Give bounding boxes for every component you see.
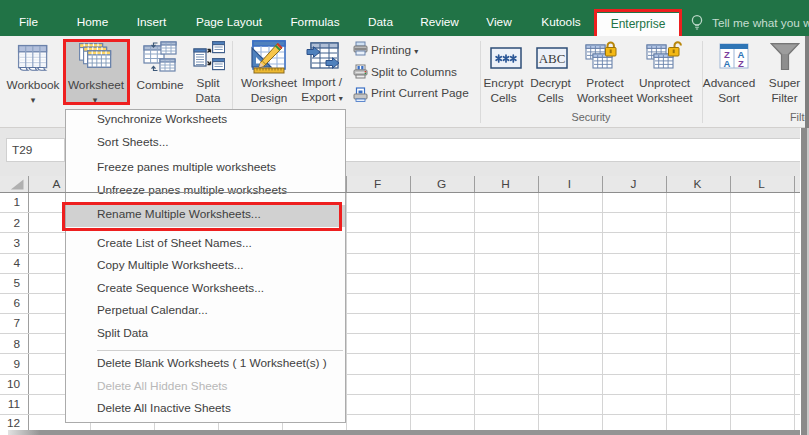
svg-text:ABC: ABC <box>539 50 566 65</box>
svg-text:A: A <box>724 58 731 69</box>
svg-text:Z: Z <box>738 58 744 69</box>
